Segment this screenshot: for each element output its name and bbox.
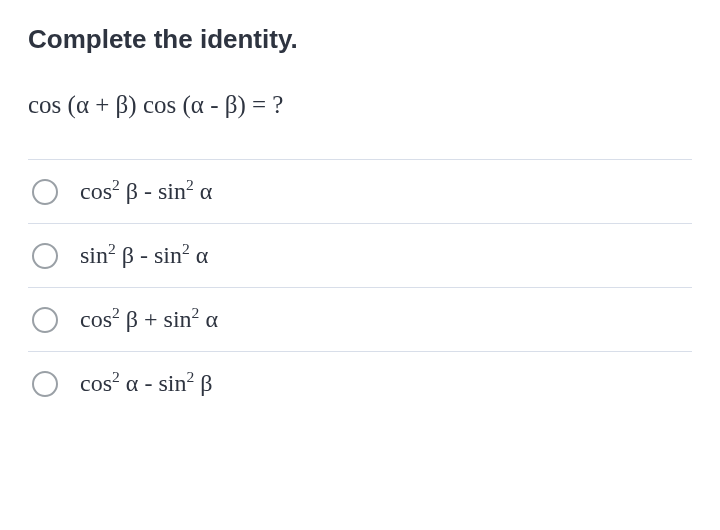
option-4[interactable]: cos2 α - sin2 β — [28, 351, 692, 415]
radio-icon — [32, 243, 58, 269]
radio-icon — [32, 307, 58, 333]
options-list: cos2 β - sin2 α sin2 β - sin2 α cos2 β +… — [28, 159, 692, 415]
option-text: sin2 β - sin2 α — [80, 242, 208, 269]
option-3[interactable]: cos2 β + sin2 α — [28, 287, 692, 351]
question-title: Complete the identity. — [28, 24, 692, 55]
radio-icon — [32, 371, 58, 397]
option-text: cos2 α - sin2 β — [80, 370, 212, 397]
option-text: cos2 β + sin2 α — [80, 306, 218, 333]
option-1[interactable]: cos2 β - sin2 α — [28, 159, 692, 223]
radio-icon — [32, 179, 58, 205]
option-text: cos2 β - sin2 α — [80, 178, 212, 205]
option-2[interactable]: sin2 β - sin2 α — [28, 223, 692, 287]
question-equation: cos (α + β) cos (α - β) = ? — [28, 91, 692, 119]
